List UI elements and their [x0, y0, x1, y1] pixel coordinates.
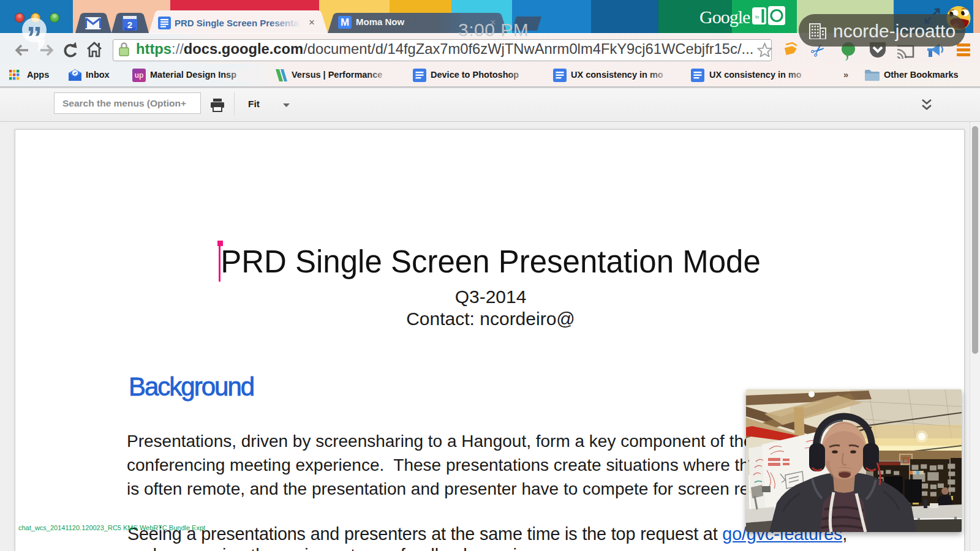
svg-text:”: ” [26, 20, 42, 55]
svg-text:2: 2 [127, 20, 132, 30]
svg-text:io: io [755, 14, 760, 20]
